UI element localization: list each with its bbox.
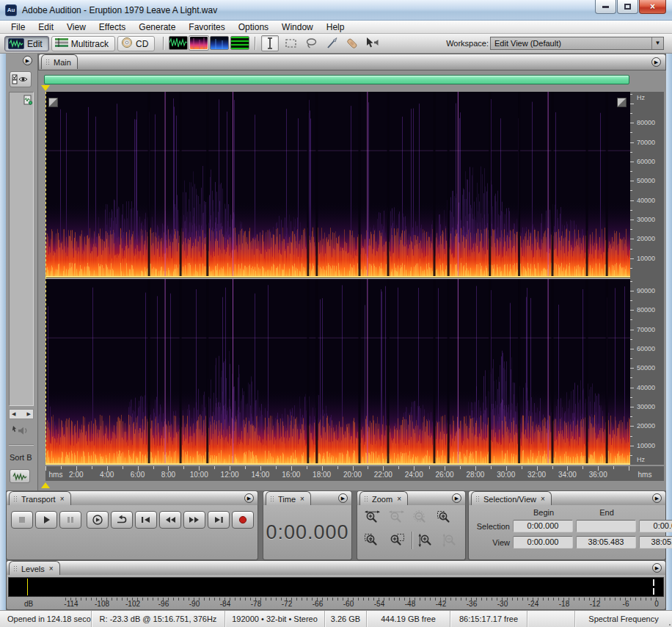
time-selection-tool[interactable] bbox=[261, 35, 279, 51]
marquee-selection-tool[interactable] bbox=[282, 35, 299, 51]
time-ruler[interactable]: 2:004:006:008:0010:0012:0014:0016:0018:0… bbox=[45, 466, 664, 481]
close-icon[interactable]: × bbox=[60, 496, 65, 503]
multitrack-view-button[interactable]: Multitrack bbox=[51, 36, 115, 51]
chevron-down-icon[interactable]: ▼ bbox=[651, 37, 663, 49]
db-scale-ticks bbox=[65, 598, 661, 601]
transport-flyout-button[interactable]: ▶ bbox=[244, 493, 254, 503]
freq-label: 60000 bbox=[637, 345, 655, 352]
selection-view-flyout-button[interactable]: ▶ bbox=[652, 493, 662, 503]
workspace-dropdown[interactable]: Edit View (Default) ▼ bbox=[490, 37, 664, 50]
menu-edit[interactable]: Edit bbox=[32, 21, 60, 34]
selection-begin-field[interactable]: 0:00.000 bbox=[513, 520, 573, 532]
waveform-view-icon[interactable] bbox=[169, 36, 188, 50]
waveform-filter-button[interactable] bbox=[10, 469, 30, 483]
zoom-to-selection-button[interactable] bbox=[436, 510, 455, 525]
file-list[interactable] bbox=[9, 92, 34, 406]
spectral-pan-view-icon[interactable] bbox=[210, 36, 229, 50]
tab-time[interactable]: Time × bbox=[266, 491, 311, 506]
stop-button[interactable] bbox=[11, 511, 33, 529]
time-label: 22:00 bbox=[374, 471, 392, 479]
menu-help[interactable]: Help bbox=[320, 21, 351, 34]
spectral-frequency-view-icon[interactable] bbox=[189, 36, 208, 50]
zoom-in-vertical-button[interactable] bbox=[417, 533, 437, 548]
playhead-cursor[interactable] bbox=[45, 92, 46, 465]
playhead-marker-bottom[interactable] bbox=[41, 482, 50, 488]
tab-zoom[interactable]: Zoom × bbox=[359, 491, 408, 506]
view-begin-field[interactable]: 0:00.000 bbox=[513, 536, 573, 548]
edit-view-icon bbox=[8, 38, 24, 49]
show-options-button[interactable] bbox=[10, 71, 32, 87]
status-segment-1: R: -23.3 dB @ 15:16.751, 376Hz bbox=[92, 611, 225, 627]
menu-window[interactable]: Window bbox=[275, 21, 320, 34]
close-icon[interactable]: × bbox=[49, 565, 54, 573]
tab-levels[interactable]: Levels × bbox=[9, 561, 60, 576]
audio-file-icon[interactable] bbox=[23, 95, 32, 105]
db-tick-label: -90 bbox=[189, 600, 200, 608]
maximize-button[interactable] bbox=[617, 0, 638, 14]
scroll-left-icon[interactable]: ◀ bbox=[12, 411, 15, 417]
time-flyout-button[interactable]: ▶ bbox=[338, 493, 348, 503]
cd-view-label: CD bbox=[136, 39, 148, 49]
zoom-out-horizontal-button[interactable] bbox=[387, 510, 406, 525]
selection-corner-handle-left[interactable] bbox=[48, 98, 58, 107]
pause-button[interactable] bbox=[59, 511, 81, 529]
go-to-end-button[interactable] bbox=[208, 511, 230, 529]
selection-length-field[interactable]: 0:00.000 bbox=[639, 520, 672, 532]
file-list-scrollbar[interactable]: ◀ ▶ bbox=[9, 409, 34, 419]
zoom-out-vertical-button[interactable] bbox=[442, 533, 461, 548]
zoom-flyout-button[interactable]: ▶ bbox=[452, 493, 461, 503]
spectral-phase-view-icon[interactable] bbox=[230, 36, 249, 50]
record-button[interactable] bbox=[232, 511, 254, 529]
fast-forward-button[interactable] bbox=[183, 511, 205, 529]
tab-transport[interactable]: Transport × bbox=[9, 491, 71, 506]
selection-end-field[interactable] bbox=[576, 520, 636, 532]
time-label: 8:00 bbox=[161, 471, 175, 479]
tab-main[interactable]: Main bbox=[41, 54, 78, 69]
cd-view-button[interactable]: CD bbox=[117, 36, 155, 51]
close-icon[interactable]: × bbox=[397, 496, 401, 503]
zoom-in-horizontal-button[interactable] bbox=[363, 510, 382, 525]
spectrogram-channel-right[interactable] bbox=[45, 279, 630, 465]
close-button[interactable]: × bbox=[639, 0, 666, 14]
main-panel-flyout-button[interactable]: ▶ bbox=[651, 57, 661, 67]
play-button[interactable] bbox=[35, 511, 57, 529]
menu-effects[interactable]: Effects bbox=[92, 21, 132, 34]
auto-play-button[interactable] bbox=[12, 424, 29, 440]
overview-navigation-bar[interactable] bbox=[44, 75, 629, 84]
zoom-in-left-edge-button[interactable] bbox=[363, 533, 382, 548]
lasso-selection-tool[interactable] bbox=[302, 35, 320, 51]
zoom-out-full-button[interactable] bbox=[412, 510, 431, 525]
tab-selection-view[interactable]: Selection/View × bbox=[471, 491, 552, 506]
resize-grip[interactable] bbox=[669, 624, 671, 626]
minimize-button[interactable] bbox=[595, 0, 616, 14]
time-tick bbox=[398, 466, 399, 469]
go-to-beginning-button[interactable] bbox=[135, 511, 157, 529]
time-tick bbox=[491, 466, 492, 469]
effects-paintbrush-tool[interactable] bbox=[323, 35, 340, 51]
menu-generate[interactable]: Generate bbox=[132, 21, 182, 34]
play-looped-button[interactable] bbox=[111, 511, 133, 529]
menu-favorites[interactable]: Favorites bbox=[182, 21, 231, 34]
view-end-field[interactable]: 38:05.483 bbox=[576, 536, 636, 548]
dock-flyout-button[interactable]: ▶ bbox=[23, 56, 32, 65]
spot-healing-brush-tool[interactable] bbox=[343, 35, 361, 51]
scroll-right-icon[interactable]: ▶ bbox=[27, 411, 31, 417]
selection-corner-handle-right[interactable] bbox=[617, 98, 627, 107]
spectrogram-channel-left[interactable] bbox=[45, 92, 630, 278]
title-bar[interactable]: Au Adobe Audition - Eruption 1979 Leave … bbox=[0, 0, 672, 21]
zoom-in-right-edge-button[interactable] bbox=[387, 533, 406, 548]
menu-file[interactable]: File bbox=[4, 21, 32, 34]
rewind-button[interactable] bbox=[159, 511, 181, 529]
playhead-marker-top[interactable] bbox=[41, 85, 50, 91]
edit-view-button[interactable]: Edit bbox=[4, 36, 49, 51]
menu-options[interactable]: Options bbox=[232, 21, 275, 34]
level-meter[interactable] bbox=[8, 577, 664, 597]
close-icon[interactable]: × bbox=[541, 496, 545, 503]
view-length-field[interactable]: 38:05.483 bbox=[639, 536, 672, 548]
close-icon[interactable]: × bbox=[300, 496, 304, 503]
spectral-display-area: 2:004:006:008:0010:0012:0014:0016:0018:0… bbox=[38, 70, 666, 490]
scrub-tool[interactable] bbox=[364, 35, 381, 51]
levels-flyout-button[interactable]: ▶ bbox=[652, 563, 662, 573]
menu-view[interactable]: View bbox=[60, 21, 92, 34]
play-from-cursor-button[interactable] bbox=[87, 511, 109, 529]
